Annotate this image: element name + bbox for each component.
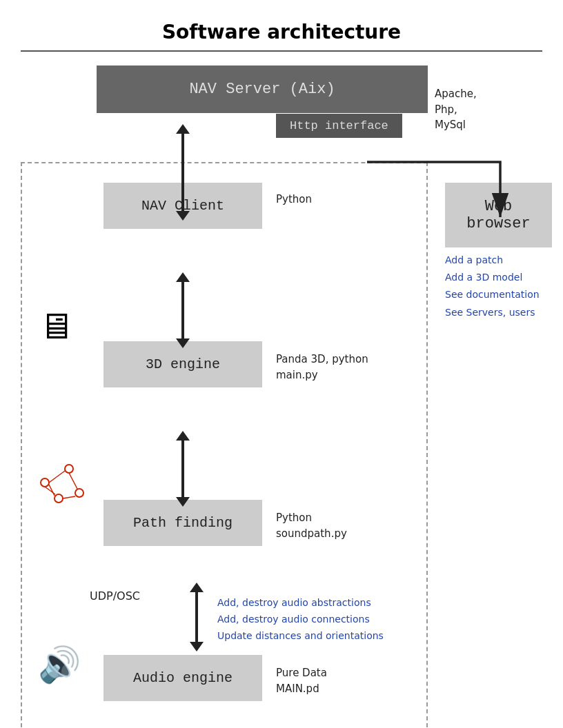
web-browser-links: Add a patch Add a 3D model See documenta… [445,252,540,321]
audio-engine-box: Audio engine [103,655,262,701]
apache-label: Apache,Php,MySql [435,86,477,133]
arrow-client-3dengine [181,279,184,341]
link-see-servers-users[interactable]: See Servers, users [445,304,540,321]
link-add-3d-model[interactable]: Add a 3D model [445,269,540,286]
arrow-3d-pathfinding [181,438,184,500]
main-area: NAV Server (Aix) Apache,Php,MySql Http i… [21,65,542,728]
path-finding-box: Path finding [103,500,262,546]
page-title: Software architecture [0,0,563,50]
engine-3d-box: 3D engine [103,341,262,387]
web-browser-box: Web browser [445,183,552,247]
http-interface-box: Http interface [276,114,402,138]
nav-server-box: NAV Server (Aix) [97,65,428,113]
diagram: NAV Server (Aix) Apache,Php,MySql Http i… [21,65,542,728]
arrow-pathfinding-audio [195,589,198,645]
link-see-documentation[interactable]: See documentation [445,286,540,303]
dashed-container: NAV (New Atlantis Viewer) [21,162,428,728]
title-divider [21,50,542,52]
arrow-server-client [181,131,184,214]
link-add-patch[interactable]: Add a patch [445,252,540,269]
